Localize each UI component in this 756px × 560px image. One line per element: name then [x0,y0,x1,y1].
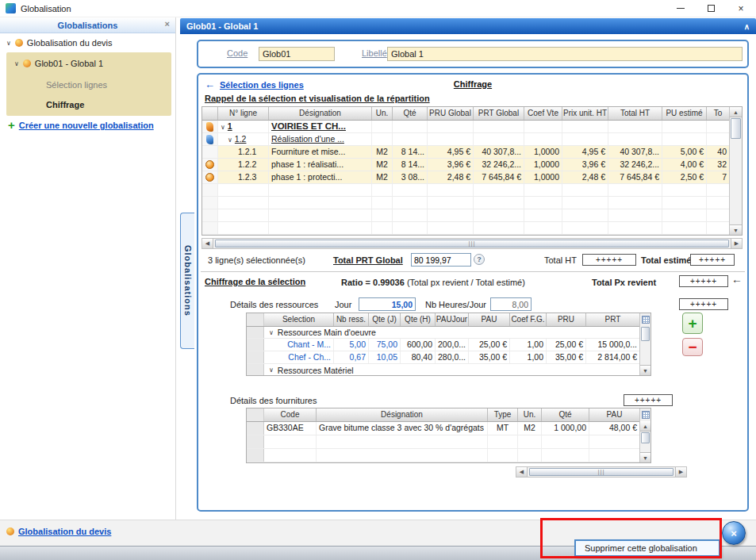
grip-icon: ||| [597,469,604,475]
ressource-row-chantier[interactable]: Chant - M... 5,00 75,00 600,00 200,0... … [247,339,650,351]
sublot-icon [206,135,213,144]
header-pau: PAU [589,408,639,421]
expand-chevron-icon[interactable]: ∨ [269,366,274,374]
scroll-thumb[interactable] [641,432,650,443]
sidebar-item-chiffrage[interactable]: Chiffrage [46,100,84,109]
sidebar-item-selection-lignes[interactable]: Sélection lignes [46,80,107,90]
chevron-down-icon[interactable]: ∨ [6,40,11,47]
total-prt-label: Total PRT Global [333,255,403,265]
lines-horizontal-scrollbar[interactable]: ◀ ||| ▶ [201,238,743,249]
grid-settings-icon[interactable] [642,316,650,324]
line-row-1-2-1[interactable]: 1.2.1 Fourniture et mise... M2 8 14... 4… [202,146,742,159]
menu-item-supprimer[interactable]: Supprimer cette globalisation [585,543,697,553]
libelle-field[interactable] [387,47,743,61]
section-title: Chiffrage [198,79,747,89]
collapse-chevron-icon[interactable]: ∧ [744,22,750,31]
minimize-icon [677,8,685,9]
scroll-thumb[interactable] [641,327,650,341]
nb-heures-field[interactable] [490,297,532,311]
header-selection: Selection [264,313,334,326]
scroll-right-icon[interactable]: ▶ [675,467,686,477]
fournitures-horizontal-scrollbar[interactable]: ◀ ||| ▶ [516,466,687,478]
expand-chevron-icon[interactable]: ∨ [269,329,274,336]
fourniture-row-gb330ae[interactable]: GB330AE Grave bitume classe 3 avec 30 % … [247,422,650,435]
remove-ressource-button[interactable]: − [682,338,703,356]
scroll-thumb[interactable]: ||| [529,468,673,476]
chiffrage-panel: ← Sélection des lignes Chiffrage Rappel … [197,73,749,512]
close-button[interactable]: × [726,0,756,17]
lot-icon [206,122,213,132]
ouvrage-icon [205,173,214,182]
line-row-1-2-3[interactable]: 1.2.3 phase 1 : protecti... M2 3 08... 2… [202,171,742,184]
sidebar-item-label: Sélection lignes [46,80,107,90]
scroll-left-icon[interactable]: ◀ [202,239,213,248]
sidebar-header: Globalisations × [0,17,175,33]
header-icon-col [202,107,218,120]
lines-vertical-scrollbar[interactable]: ▲ ▼ [729,107,742,235]
sidebar-item-label: Globalisation du devis [27,38,113,48]
header-pru: PRU [547,313,586,326]
sidebar-close-button[interactable]: × [165,19,170,29]
scroll-right-icon[interactable]: ▶ [731,239,742,248]
scroll-down-icon[interactable]: ▼ [640,452,650,462]
tab-globalisations-vertical[interactable]: Globalisations [180,213,194,349]
scroll-up-icon[interactable]: ▲ [730,107,742,117]
ressources-group-materiel[interactable]: ∨Ressources Matériel [247,364,650,376]
create-globalisation-link[interactable]: + Créer une nouvelle globalisation [8,121,154,130]
code-label: Code [227,48,248,58]
devis-link[interactable]: Globalisation du devis [6,527,111,536]
line-row-1[interactable]: ∨1 VOIRIES ET CH... [202,121,742,133]
scroll-down-icon[interactable]: ▼ [730,224,742,235]
total-estime-label: Total estimé [641,255,691,265]
maximize-button[interactable] [696,0,726,17]
header-to: To [707,107,729,120]
scroll-thumb[interactable]: ||| [215,240,729,247]
jour-label: Jour [335,300,351,309]
grip-icon: ||| [468,240,475,247]
expand-chevron-icon[interactable]: ∨ [228,136,232,144]
line-number: 1.2.1 [238,147,256,156]
sidebar-item-label: Glob01 - Global 1 [35,59,103,68]
total-prt-field[interactable] [411,253,471,267]
ressources-group-main-oeuvre[interactable]: ∨Ressources Main d'oeuvre [247,327,650,339]
scroll-down-icon[interactable]: ▼ [640,365,650,375]
total-px-revient-value: +++++ [679,275,728,287]
header-pu-estime: PU estimé [662,107,707,120]
context-menu: Supprimer cette globalisation [574,539,720,557]
code-field[interactable] [259,47,335,61]
header-qte: Qté [393,107,428,120]
scroll-thumb[interactable] [731,118,741,139]
chevron-down-icon[interactable]: ∨ [14,60,19,67]
sidebar-item-glob01[interactable]: ∨ Glob01 - Global 1 [14,59,103,68]
ressources-title: Détails des ressources [230,300,318,309]
fournitures-header-row: Code Désignation Type Un. Qté PAU [247,408,650,422]
header-row-selector [247,313,264,326]
ressource-row-chef[interactable]: Chef - Ch... 0,67 10,05 80,40 280,0... 3… [247,351,650,364]
scroll-left-icon[interactable]: ◀ [516,467,528,477]
line-row-1-2-2[interactable]: 1.2.2 phase 1 : réalisati... M2 8 14... … [202,159,742,171]
line-row-empty [202,209,742,222]
ressources-vertical-scrollbar[interactable]: ▼ [639,313,650,375]
total-ht-label: Total HT [544,255,577,265]
minimize-button[interactable] [666,0,696,17]
fournitures-vertical-scrollbar[interactable]: ▲ ▼ [639,408,650,462]
header-coef-vte: Coef Vte [524,107,562,120]
header-row-selector [247,408,264,421]
add-ressource-button[interactable]: + [682,313,703,334]
help-icon[interactable]: ? [474,254,485,265]
jour-field[interactable] [359,297,416,311]
left-arrow-icon: ← [731,273,743,286]
line-row-1-2[interactable]: ∨1.2 Réalisation d'une ... [202,133,742,146]
sidebar-item-devis[interactable]: ∨ Globalisation du devis [6,38,112,48]
create-globalisation-label: Créer une nouvelle globalisation [19,121,154,130]
scroll-up-icon[interactable]: ▲ [640,421,650,432]
sidebar-item-label: Chiffrage [46,100,84,109]
close-round-button[interactable]: × [722,521,746,545]
fournitures-title: Détails des fournitures [230,396,317,405]
grid-settings-icon[interactable] [642,411,650,419]
globalisation-icon [15,39,23,47]
fournitures-masked-value: +++++ [624,394,673,406]
expand-chevron-icon[interactable]: ∨ [221,124,225,131]
fourniture-row-empty [247,435,650,449]
window-title: Globalisation [21,4,71,13]
